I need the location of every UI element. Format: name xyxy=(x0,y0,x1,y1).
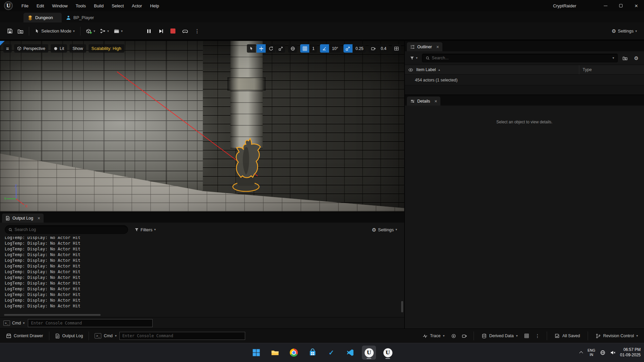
viewport-3d[interactable]: ≡ Perspective Lit Show Scalability: High xyxy=(0,41,404,212)
cmd-dropdown[interactable]: >_ Cmd ▾ xyxy=(3,320,24,326)
cpu-grid-button[interactable] xyxy=(522,332,531,340)
type-column-header[interactable]: Type xyxy=(579,65,644,74)
unreal-engine-logo[interactable]: U xyxy=(3,1,14,10)
toolbar-settings-dropdown[interactable]: ⚙ Settings ▾ xyxy=(609,26,639,36)
camera-speed-button[interactable] xyxy=(369,44,378,53)
menu-item-help[interactable]: Help xyxy=(146,0,163,11)
source-control-save-status[interactable]: All Saved xyxy=(552,331,583,341)
close-icon[interactable]: × xyxy=(38,216,40,221)
viewport-layout-button[interactable] xyxy=(392,44,401,53)
save-button[interactable] xyxy=(5,26,15,36)
network-button[interactable] xyxy=(600,350,605,355)
start-button[interactable] xyxy=(249,346,263,360)
close-button[interactable]: × xyxy=(629,0,644,11)
hidden-icons-chevron[interactable] xyxy=(579,351,583,355)
outliner-add-folder-button[interactable] xyxy=(621,54,629,62)
outliner-tab[interactable]: Outliner × xyxy=(407,42,442,51)
outliner-search-box[interactable]: ▾ xyxy=(422,54,618,62)
menu-item-edit[interactable]: Edit xyxy=(33,0,48,11)
tab-dungeon-level[interactable]: Dungeon xyxy=(23,13,62,22)
close-icon[interactable]: × xyxy=(434,99,437,104)
microsoft-store-button[interactable] xyxy=(306,346,320,360)
cinematics-dropdown[interactable]: ▾ xyxy=(111,26,125,36)
log-line: LogTemp: Display: No Actor Hit xyxy=(5,286,404,292)
viewport-options-button[interactable]: ≡ xyxy=(3,44,12,53)
log-filters-dropdown[interactable]: Filters ▾ xyxy=(132,225,158,234)
scale-snap-toggle[interactable] xyxy=(343,44,353,53)
scalability-warning-button[interactable]: Scalability: High xyxy=(89,44,124,53)
minimize-button[interactable] xyxy=(598,0,613,11)
speaker-muted-icon xyxy=(610,350,615,355)
log-settings-dropdown[interactable]: ⚙ Settings ▾ xyxy=(370,225,399,234)
more-options-button[interactable]: ⋮ xyxy=(533,332,542,340)
outliner-search-input[interactable] xyxy=(432,56,610,60)
rotation-snap-value[interactable]: 10° xyxy=(330,44,340,53)
show-dropdown[interactable]: Show xyxy=(69,44,86,53)
grid-snap-toggle[interactable] xyxy=(300,44,309,53)
log-search-box[interactable] xyxy=(5,225,128,234)
menu-item-actor[interactable]: Actor xyxy=(128,0,146,11)
statusbar-cmd-dropdown[interactable]: >_ Cmd ▾ xyxy=(92,331,119,341)
rotation-snap-toggle[interactable] xyxy=(320,44,329,53)
scale-snap-value[interactable]: 0.25 xyxy=(353,44,366,53)
grid-snap-value[interactable]: 1 xyxy=(310,44,317,53)
log-search-input[interactable] xyxy=(14,227,124,232)
perspective-dropdown[interactable]: Perspective xyxy=(14,44,48,53)
screenshot-button[interactable] xyxy=(460,332,469,340)
revision-control-dropdown[interactable]: Revision Control ▾ xyxy=(593,331,641,341)
checkmark-app-button[interactable]: ✓ xyxy=(324,346,338,360)
horizontal-scrollbar[interactable] xyxy=(4,314,101,316)
pause-button[interactable] xyxy=(145,27,153,36)
content-drawer-button[interactable]: Content Drawer xyxy=(3,331,46,341)
scrollbar-thumb[interactable] xyxy=(401,301,403,312)
chrome-button[interactable] xyxy=(287,346,301,360)
frame-skip-button[interactable] xyxy=(157,27,165,36)
unreal-editor-taskbar-button[interactable]: U xyxy=(362,346,376,360)
stop-button[interactable] xyxy=(169,27,177,36)
file-explorer-button[interactable] xyxy=(268,346,282,360)
tab-bp-player[interactable]: BP_Player xyxy=(62,13,103,22)
blueprints-dropdown[interactable]: ▾ xyxy=(98,26,111,36)
outliner-settings-button[interactable]: ⚙ xyxy=(632,54,641,62)
scale-tool-button[interactable] xyxy=(276,44,285,53)
menu-item-tools[interactable]: Tools xyxy=(72,0,90,11)
derived-data-dropdown[interactable]: Derived Data ▾ xyxy=(479,331,520,341)
menu-item-window[interactable]: Window xyxy=(48,0,71,11)
eject-possess-button[interactable] xyxy=(181,27,190,36)
world-local-toggle[interactable] xyxy=(288,44,297,53)
close-icon[interactable]: × xyxy=(436,45,439,49)
trace-dropdown[interactable]: Trace ▾ xyxy=(420,331,447,341)
view-mode-dropdown[interactable]: Lit xyxy=(51,44,67,53)
volume-muted-button[interactable] xyxy=(610,350,615,355)
vscode-button[interactable] xyxy=(343,346,357,360)
menu-item-select[interactable]: Select xyxy=(108,0,128,11)
vertical-scrollbar[interactable] xyxy=(401,237,403,317)
outliner-filter-dropdown[interactable]: ▾ xyxy=(408,55,419,62)
language-indicator[interactable]: ENG IN xyxy=(588,348,595,357)
move-tool-button[interactable] xyxy=(257,44,266,53)
statusbar-console-command-input[interactable] xyxy=(119,332,245,340)
select-tool-button[interactable] xyxy=(247,44,256,53)
output-log-button[interactable]: Output Log xyxy=(52,331,86,341)
clock[interactable]: 06:57 PM 01-09-2025 xyxy=(620,347,641,358)
log-message-area[interactable]: LogTemp: Display: No Actor HitLogTemp: D… xyxy=(0,237,404,317)
editor-mode-dropdown[interactable]: Selection Mode ▾ xyxy=(32,26,77,36)
unreal-launcher-taskbar-button[interactable]: U xyxy=(381,346,395,360)
visibility-column-header[interactable] xyxy=(405,67,416,72)
quick-add-dropdown[interactable]: ▾ xyxy=(84,26,98,36)
menu-item-build[interactable]: Build xyxy=(90,0,108,11)
rotate-tool-button[interactable] xyxy=(266,44,275,53)
play-options-button[interactable]: ⋮ xyxy=(193,27,202,36)
details-tab[interactable]: Details × xyxy=(407,97,440,106)
maximize-button[interactable] xyxy=(613,0,629,11)
log-console-command-input[interactable] xyxy=(28,319,153,327)
camera-speed-value[interactable]: 0.4 xyxy=(378,44,389,53)
gargoyle-statue-selected[interactable] xyxy=(225,130,267,198)
content-browser-button[interactable] xyxy=(15,26,26,36)
menu-item-file[interactable]: File xyxy=(17,0,33,11)
item-label-column-header[interactable]: Item Label ▲ xyxy=(416,67,579,72)
outliner-toolbar: ▾ ▾ ⚙ xyxy=(405,51,644,65)
output-log-tab[interactable]: Output Log × xyxy=(2,214,44,223)
hamburger-icon: ≡ xyxy=(6,46,9,51)
insights-target-button[interactable] xyxy=(449,332,458,340)
